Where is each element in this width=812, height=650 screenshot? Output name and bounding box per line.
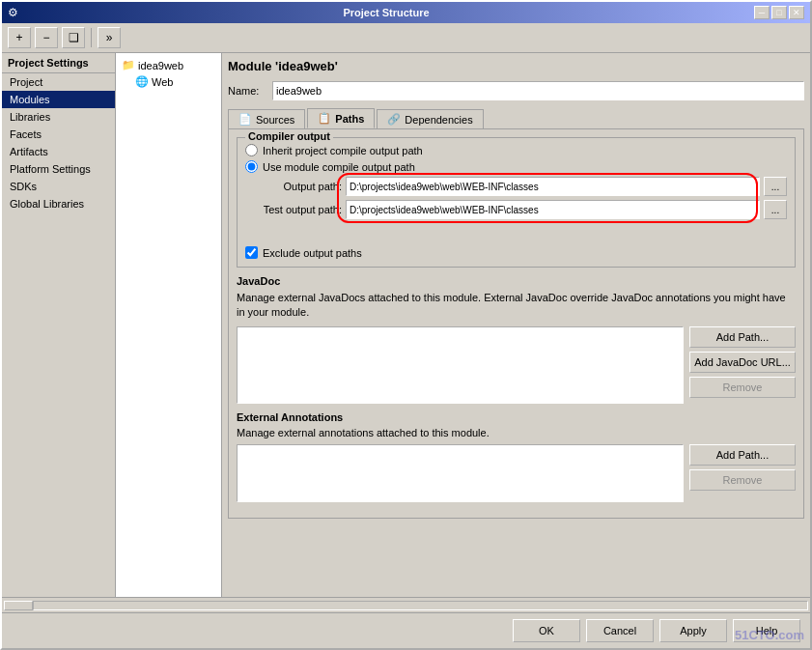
- inherit-radio-row: Inherit project compile output path: [245, 144, 787, 156]
- test-output-path-input[interactable]: [346, 200, 760, 219]
- use-module-radio[interactable]: [245, 160, 258, 173]
- tree-item-idea9web[interactable]: 📁 idea9web: [118, 57, 219, 73]
- sources-tab-label: Sources: [256, 114, 294, 126]
- javadoc-content: Add Path... Add JavaDoc URL... Remove: [237, 326, 796, 404]
- maximize-button[interactable]: □: [771, 6, 787, 19]
- content-area: Project Settings Project Modules Librari…: [2, 53, 810, 597]
- tree-panel: 📁 idea9web 🌐 Web: [116, 53, 222, 597]
- sidebar-item-artifacts-label: Artifacts: [10, 146, 48, 157]
- ext-add-path-button[interactable]: Add Path...: [689, 444, 796, 466]
- apply-button[interactable]: Apply: [659, 619, 727, 642]
- window-icon: ⚙: [8, 6, 18, 19]
- test-browse-icon: ...: [771, 205, 779, 215]
- name-label: Name:: [228, 85, 266, 97]
- sidebar-item-global-libraries[interactable]: Global Libraries: [2, 195, 115, 212]
- output-path-row: Output path: ...: [245, 177, 787, 196]
- sidebar-item-libraries[interactable]: Libraries: [2, 108, 115, 126]
- close-button[interactable]: ✕: [789, 6, 804, 19]
- javadoc-description: Manage external JavaDocs attached to thi…: [237, 291, 796, 321]
- ok-button[interactable]: OK: [513, 619, 580, 642]
- tabs-bar: 📄 Sources 📋 Paths 🔗 Dependencies: [228, 108, 804, 128]
- main-window: ⚙ Project Structure ─ □ ✕ + − ❑ » Projec…: [0, 0, 812, 650]
- add-button[interactable]: +: [8, 27, 31, 48]
- sidebar-item-sdks[interactable]: SDKs: [2, 178, 115, 195]
- add-icon: +: [15, 31, 22, 44]
- toolbar: + − ❑ »: [2, 23, 810, 53]
- ext-annotations-title: External Annotations: [237, 411, 796, 423]
- paths-tab-label: Paths: [335, 113, 364, 125]
- upper-right: 📁 idea9web 🌐 Web Module 'idea9web' Name:: [116, 53, 810, 597]
- ext-add-path-label: Add Path...: [716, 449, 769, 461]
- tree-item-web[interactable]: 🌐 Web: [118, 73, 219, 90]
- inherit-radio[interactable]: [245, 144, 258, 156]
- test-output-path-label: Test output path:: [245, 204, 342, 215]
- add-path-label: Add Path...: [716, 331, 769, 343]
- sidebar-item-platform-settings-label: Platform Settings: [10, 163, 91, 175]
- more-icon: »: [106, 31, 113, 44]
- output-path-browse-button[interactable]: ...: [764, 177, 787, 196]
- output-path-input[interactable]: [346, 177, 760, 196]
- sidebar-item-project-label: Project: [10, 76, 42, 88]
- inherit-label: Inherit project compile output path: [263, 145, 423, 156]
- test-output-path-row: Test output path: ...: [245, 200, 787, 219]
- horizontal-scrollbar[interactable]: [2, 597, 810, 612]
- sidebar-item-project[interactable]: Project: [2, 73, 115, 91]
- watermark: 51CTO.com: [735, 628, 804, 642]
- left-nav: Project Modules Libraries Facets Artifac…: [2, 73, 115, 212]
- module-panel: Module 'idea9web' Name: 📄 Sources 📋 Path…: [222, 53, 810, 597]
- test-output-path-browse-button[interactable]: ...: [764, 200, 787, 219]
- tab-paths[interactable]: 📋 Paths: [307, 108, 375, 128]
- ext-remove-label: Remove: [723, 474, 763, 486]
- ext-content: Add Path... Remove: [237, 444, 796, 502]
- scroll-thumb[interactable]: [4, 601, 33, 610]
- sidebar-item-global-libraries-label: Global Libraries: [10, 198, 84, 210]
- more-button[interactable]: »: [98, 27, 121, 48]
- remove-button[interactable]: −: [35, 27, 58, 48]
- ext-remove-button[interactable]: Remove: [689, 469, 796, 491]
- scroll-track[interactable]: [33, 601, 808, 610]
- title-bar: ⚙ Project Structure ─ □ ✕: [2, 2, 810, 23]
- copy-button[interactable]: ❑: [62, 27, 85, 48]
- javadoc-section-title: JavaDoc: [237, 275, 796, 287]
- copy-icon: ❑: [69, 31, 79, 44]
- sidebar-item-modules[interactable]: Modules: [2, 91, 115, 108]
- tab-content-paths: Compiler output Inherit project compile …: [228, 128, 804, 519]
- name-input[interactable]: [272, 81, 804, 100]
- javadoc-buttons: Add Path... Add JavaDoc URL... Remove: [689, 326, 796, 404]
- sidebar-item-facets-label: Facets: [10, 128, 42, 140]
- add-javadoc-url-button[interactable]: Add JavaDoc URL...: [689, 352, 796, 373]
- dependencies-tab-label: Dependencies: [405, 114, 472, 126]
- paths-tab-icon: 📋: [318, 112, 331, 125]
- javadoc-remove-button[interactable]: Remove: [689, 377, 796, 398]
- javadoc-section: JavaDoc Manage external JavaDocs attache…: [237, 275, 796, 404]
- javadoc-remove-label: Remove: [723, 382, 763, 393]
- exclude-checkbox[interactable]: [245, 246, 258, 259]
- sidebar-item-modules-label: Modules: [10, 94, 50, 105]
- sidebar-item-artifacts[interactable]: Artifacts: [2, 143, 115, 160]
- browse-icon: ...: [771, 182, 779, 192]
- exclude-checkbox-row: Exclude output paths: [245, 246, 787, 259]
- window-title: Project Structure: [343, 7, 429, 18]
- minimize-button[interactable]: ─: [754, 6, 770, 19]
- cancel-button[interactable]: Cancel: [586, 619, 654, 642]
- sidebar-item-sdks-label: SDKs: [10, 181, 37, 192]
- dependencies-tab-icon: 🔗: [387, 113, 401, 126]
- sidebar-item-platform-settings[interactable]: Platform Settings: [2, 160, 115, 178]
- add-path-button[interactable]: Add Path...: [689, 326, 796, 348]
- web-icon: 🌐: [135, 75, 149, 88]
- tab-sources[interactable]: 📄 Sources: [228, 109, 305, 128]
- sidebar-item-facets[interactable]: Facets: [2, 126, 115, 143]
- module-title: Module 'idea9web': [228, 59, 804, 73]
- title-bar-controls: ─ □ ✕: [754, 6, 804, 19]
- paths-highlight-area: Output path: ... Test output path:: [245, 177, 787, 219]
- exclude-label: Exclude output paths: [263, 247, 362, 259]
- output-path-label: Output path:: [245, 181, 342, 192]
- tab-dependencies[interactable]: 🔗 Dependencies: [377, 109, 483, 128]
- sources-tab-icon: 📄: [238, 113, 252, 126]
- javadoc-list: [237, 326, 684, 404]
- external-annotations-section: External Annotations Manage external ann…: [237, 411, 796, 502]
- ext-annotations-list: [237, 444, 684, 502]
- bottom-bar: OK Cancel Apply Help: [2, 612, 810, 648]
- use-module-radio-row: Use module compile output path: [245, 160, 787, 173]
- left-panel: Project Settings Project Modules Librari…: [2, 53, 116, 597]
